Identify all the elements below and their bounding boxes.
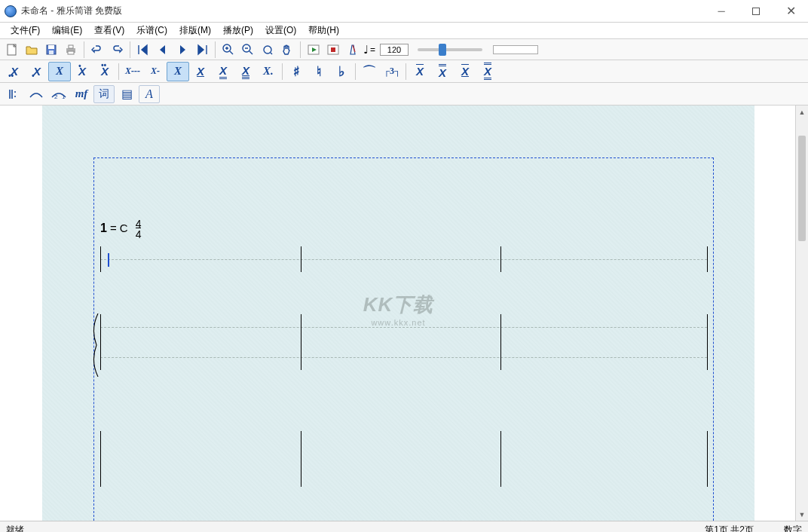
close-button[interactable]: ✕: [773, 0, 808, 22]
text-a-button[interactable]: A: [139, 85, 160, 103]
menu-score[interactable]: 乐谱(C): [130, 23, 173, 38]
menu-help[interactable]: 帮助(H): [302, 23, 345, 38]
toolbar-main: ♩ = 120: [0, 39, 808, 60]
dotted-button[interactable]: X.: [257, 62, 280, 81]
over1-button[interactable]: X: [409, 62, 431, 81]
double-stack-button[interactable]: X: [454, 62, 476, 81]
zoom-fit-icon: [261, 43, 274, 57]
save-button[interactable]: [42, 41, 60, 59]
page-frame: 1 = C 44: [93, 157, 714, 521]
redo-button[interactable]: [108, 41, 126, 59]
app-icon: [5, 5, 17, 17]
multi-stack-button[interactable]: X: [476, 62, 499, 81]
toolbar-notation: X•• X• X X• X•• X--- X- X X X X X. ♯ ♮ ♭…: [0, 60, 808, 83]
window-title: 未命名 - 雅乐简谱 免费版: [21, 5, 122, 17]
zoom-in-icon: [222, 43, 235, 57]
dur-sixteenth-button[interactable]: X••: [93, 62, 116, 81]
undo-button[interactable]: [88, 41, 106, 59]
menu-play[interactable]: 播放(P): [217, 23, 259, 38]
tempo-slider-thumb[interactable]: [439, 44, 446, 56]
len-under1-button[interactable]: X: [189, 62, 212, 81]
dur-whole-button[interactable]: X••: [3, 62, 26, 81]
open-folder-icon: [25, 43, 38, 57]
svg-point-9: [264, 46, 271, 54]
grace-21-button[interactable]: 21: [48, 85, 69, 103]
first-page-button[interactable]: [134, 41, 152, 59]
open-button[interactable]: [23, 41, 41, 59]
titlebar: 未命名 - 雅乐简谱 免费版 ─ ✕: [0, 0, 808, 23]
menu-layout[interactable]: 排版(M): [173, 23, 217, 38]
slur-icon: [29, 88, 44, 100]
next-page-button[interactable]: [173, 41, 191, 59]
score-canvas[interactable]: KK下载 www.kkx.net 1 = C 44: [42, 105, 754, 521]
len-xddd-button[interactable]: X---: [121, 62, 144, 81]
tempo-value-input[interactable]: 120: [380, 44, 409, 56]
svg-point-14: [14, 96, 16, 97]
stop-button[interactable]: [324, 41, 342, 59]
prev-page-button[interactable]: [154, 41, 172, 59]
slur-button[interactable]: [26, 85, 47, 103]
last-page-icon: [195, 43, 209, 57]
dur-quarter-button[interactable]: X: [48, 62, 71, 81]
brace-icon: [90, 313, 99, 377]
over2-button[interactable]: X: [431, 62, 454, 81]
flat-button[interactable]: ♭: [330, 62, 353, 81]
svg-rect-5: [69, 45, 73, 48]
tempo-note-icon: ♩: [363, 43, 369, 57]
menu-file[interactable]: 文件(F): [5, 23, 46, 38]
metronome-button[interactable]: [344, 41, 362, 59]
menu-edit[interactable]: 编辑(E): [46, 23, 88, 38]
triplet-button[interactable]: ┌3┐: [381, 62, 403, 81]
maximize-button[interactable]: [739, 0, 773, 22]
scroll-up-button[interactable]: ▲: [796, 105, 808, 118]
next-page-icon: [176, 43, 189, 57]
natural-button[interactable]: ♮: [308, 62, 330, 81]
zoom-in-button[interactable]: [219, 41, 237, 59]
svg-rect-12: [331, 47, 335, 52]
play-button[interactable]: [305, 41, 323, 59]
new-file-icon: [5, 43, 19, 57]
minimize-button[interactable]: ─: [704, 0, 739, 22]
print-button[interactable]: [62, 41, 80, 59]
lyric-button[interactable]: 词: [93, 85, 115, 103]
pan-button[interactable]: [278, 41, 296, 59]
zoom-out-icon: [241, 43, 255, 57]
status-ready: 就绪: [6, 524, 24, 532]
status-page: 第1页 共2页: [705, 524, 754, 532]
tempo-slider[interactable]: [418, 48, 482, 51]
redo-icon: [110, 43, 124, 57]
zoom-out-button[interactable]: [239, 41, 257, 59]
grace-21-icon: 21: [50, 88, 67, 100]
repeat-bar-button[interactable]: [3, 85, 24, 103]
dynamics-mf-button[interactable]: mf: [71, 85, 92, 103]
status-mode: 数字: [784, 524, 802, 532]
new-button[interactable]: [3, 41, 21, 59]
scroll-thumb[interactable]: [798, 136, 806, 241]
progress-indicator: [493, 45, 538, 54]
dur-eighth-button[interactable]: X•: [71, 62, 93, 81]
vertical-scrollbar[interactable]: ▲ ▼: [795, 105, 808, 521]
svg-rect-3: [49, 50, 54, 54]
len-x-button[interactable]: X: [167, 62, 189, 81]
canvas-wrap: KK下载 www.kkx.net 1 = C 44: [0, 105, 795, 521]
len-under2-button[interactable]: X: [212, 62, 234, 81]
text-block-button[interactable]: ▤: [116, 85, 137, 103]
score-staff: 1 = C 44: [100, 219, 707, 504]
svg-text:2: 2: [54, 93, 58, 100]
svg-rect-6: [68, 51, 74, 54]
len-under3-button[interactable]: X: [234, 62, 257, 81]
stop-icon: [326, 43, 340, 57]
zoom-fit-button[interactable]: [259, 41, 277, 59]
len-xd-button[interactable]: X-: [144, 62, 167, 81]
key-signature: 1 = C 44: [100, 219, 707, 240]
dur-half-button[interactable]: X•: [26, 62, 48, 81]
menu-settings[interactable]: 设置(O): [259, 23, 302, 38]
hand-icon: [280, 43, 294, 57]
scroll-down-button[interactable]: ▼: [796, 508, 808, 521]
repeat-bar-icon: [7, 87, 20, 101]
tie-button[interactable]: ⌒: [358, 62, 381, 81]
sharp-button[interactable]: ♯: [285, 62, 308, 81]
input-cursor: [108, 253, 109, 267]
menu-view[interactable]: 查看(V): [88, 23, 130, 38]
last-page-button[interactable]: [193, 41, 211, 59]
